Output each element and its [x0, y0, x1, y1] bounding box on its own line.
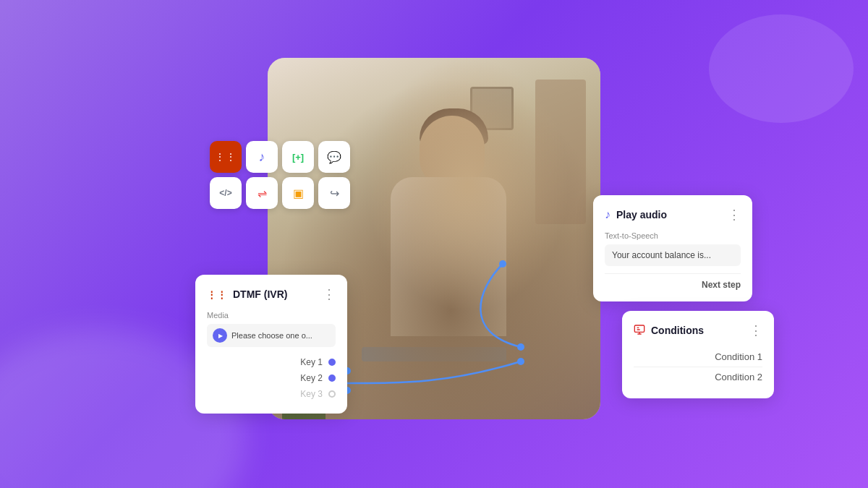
dtmf-menu[interactable]: ⋮ [323, 286, 336, 302]
transfer-icon: ⇌ [258, 187, 267, 200]
play-audio-menu[interactable]: ⋮ [728, 207, 741, 223]
dtmf-header: ⋮⋮ DTMF (IVR) ⋮ [207, 286, 336, 302]
redirect-icon-btn[interactable]: ↪ [318, 177, 350, 209]
music-icon-btn[interactable]: ♪ [246, 141, 278, 173]
condition-2-text: Condition 2 [715, 372, 762, 382]
key-2-label: Key 2 [300, 373, 323, 383]
key-3-row: Key 3 [207, 386, 336, 402]
dtmf-grid-icon: ⋮⋮ [207, 289, 227, 300]
conditions-menu[interactable]: ⋮ [749, 322, 762, 338]
conditions-title: Conditions [634, 324, 704, 338]
screen-icon-btn[interactable]: ▣ [282, 177, 314, 209]
media-play-icon: ▶ [213, 328, 227, 343]
tts-value[interactable]: Your account balance is... [605, 244, 741, 266]
dtmf-icon-btn[interactable]: ⋮⋮ [210, 141, 242, 173]
screen-icon: ▣ [293, 187, 304, 200]
conditions-title-text: Conditions [651, 325, 704, 336]
grid-dots-icon: ⋮⋮ [215, 151, 237, 163]
play-audio-title: ♪ Play audio [605, 208, 667, 221]
conditions-card: Conditions ⋮ Condition 1 Condition 2 [622, 311, 774, 398]
condition-2-row: Condition 2 [634, 367, 762, 387]
condition-1-text: Condition 1 [715, 351, 762, 362]
play-audio-card: ♪ Play audio ⋮ Text-to-Speech Your accou… [593, 195, 752, 301]
chat-icon: 💬 [327, 150, 341, 164]
play-audio-divider [605, 273, 741, 274]
key-1-label: Key 1 [300, 357, 323, 367]
key-3-label: Key 3 [300, 389, 323, 399]
media-label: Media [207, 311, 336, 320]
condition-1-row: Condition 1 [634, 347, 762, 367]
music-icon: ♪ [259, 150, 265, 165]
play-audio-music-icon: ♪ [605, 208, 610, 221]
chat-icon-btn[interactable]: 💬 [318, 141, 350, 173]
media-item: ▶ Please choose one o... [207, 324, 336, 347]
tts-label: Text-to-Speech [605, 231, 741, 240]
svg-rect-5 [634, 325, 644, 332]
key-2-row: Key 2 [207, 370, 336, 386]
conditions-header: Conditions ⋮ [634, 322, 762, 338]
bg-blob-right [709, 14, 854, 123]
redirect-icon: ↪ [330, 187, 339, 200]
code-icon-btn[interactable]: </> [210, 177, 242, 209]
dtmf-card: ⋮⋮ DTMF (IVR) ⋮ Media ▶ Please choose on… [195, 275, 347, 414]
key-1-dot [328, 359, 336, 366]
play-audio-header: ♪ Play audio ⋮ [605, 207, 741, 223]
media-text: Please choose one o... [231, 331, 312, 340]
code-icon: </> [219, 188, 231, 198]
add-variable-icon-btn[interactable]: [+] [282, 141, 314, 173]
variable-icon: [+] [292, 152, 304, 163]
dtmf-title: ⋮⋮ DTMF (IVR) [207, 288, 287, 300]
play-audio-title-text: Play audio [616, 209, 667, 221]
icon-grid: ⋮⋮ ♪ [+] 💬 </> ⇌ ▣ ↪ [210, 141, 350, 209]
transfer-icon-btn[interactable]: ⇌ [246, 177, 278, 209]
next-step-button[interactable]: Next step [605, 280, 741, 290]
conditions-icon [634, 324, 645, 338]
dtmf-title-text: DTMF (IVR) [233, 288, 287, 300]
key-1-row: Key 1 [207, 354, 336, 370]
key-2-dot [328, 374, 336, 382]
key-3-dot [328, 390, 336, 398]
